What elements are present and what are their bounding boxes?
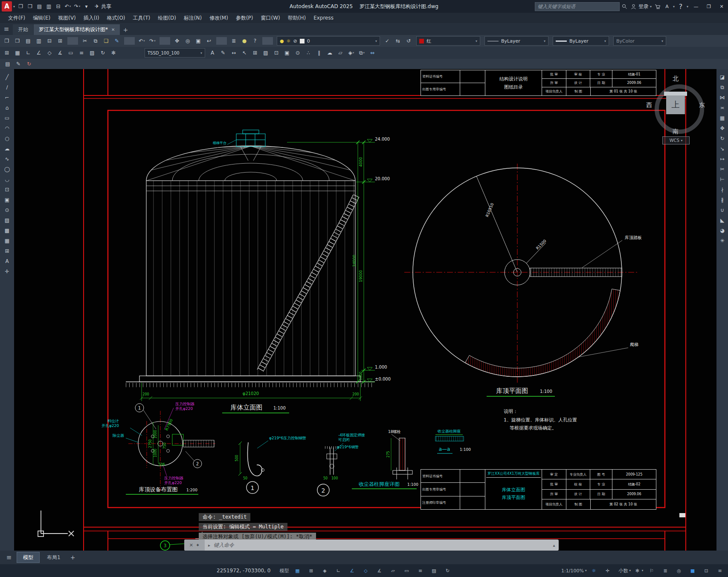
model-space-toggle[interactable]: 模型 [276,566,292,575]
mirror-icon[interactable]: ⋈ [717,93,728,102]
hardware-accel-icon[interactable]: ■ [687,566,701,575]
dynamic-input-icon[interactable]: ▭ [401,566,415,575]
menu-item[interactable]: 窗口(W) [257,13,284,23]
make-block-icon[interactable]: ▣ [2,195,12,204]
grid-icon[interactable]: ▦ [292,566,305,575]
join-icon[interactable]: ∪ [717,205,728,214]
snap-icon[interactable]: ⊞ [305,566,319,575]
toolbar-icon[interactable] [160,37,170,45]
line-icon[interactable]: ╱ [2,72,12,81]
wipeout-icon[interactable]: ▱ [335,48,346,58]
save-as-icon[interactable]: ▥ [34,36,44,46]
polyline-icon[interactable]: ⌐ [2,93,12,102]
help-icon[interactable]: ? [676,1,685,12]
align-icon[interactable]: ⇔ [367,48,378,58]
menu-item[interactable]: 参数(P) [232,13,257,23]
region-icon[interactable]: ▦ [2,236,12,245]
restore-button[interactable]: ❐ [702,0,715,13]
boundary-icon[interactable]: ◈▾ [346,48,357,58]
fillet-icon[interactable]: ◕ [717,226,728,235]
menu-item[interactable]: 标注(N) [180,13,206,23]
menu-item[interactable]: 编辑(E) [29,13,54,23]
zoom-realtime-icon[interactable]: ◎ [183,36,193,46]
wcs-dropdown[interactable]: WCS▾ [662,136,690,144]
command-customize-icon[interactable]: ✦ [196,542,200,548]
textstyle-dropdown[interactable]: TSSD_100_100 ▾ [145,48,205,58]
color-dropdown[interactable]: 红 ▾ [416,36,480,46]
plotstyle-dropdown[interactable]: ByColor ▾ [613,36,666,46]
layer-make-current-icon[interactable]: ✓ [382,36,393,46]
annotation-visibility-icon[interactable]: ☼ [588,566,602,575]
single-text-icon[interactable]: ✎ [218,48,229,58]
workspace-icon[interactable]: ✻ [108,48,119,58]
signin-caret-icon[interactable]: ▾ [650,5,652,9]
arc-icon[interactable]: ◠ [2,124,12,133]
grid-display-icon[interactable]: ▦ [12,48,23,58]
point-icon[interactable]: ⊙ [293,48,303,58]
qsave-icon[interactable]: ▤ [23,36,34,46]
hatch-icon[interactable]: ▨ [2,216,12,225]
object-snap-tracking-icon[interactable]: ∡ [55,48,66,58]
lineweight-dropdown[interactable]: ByLayer ▾ [553,36,609,46]
search-input[interactable] [535,2,620,11]
compass-south-label[interactable]: 南 [673,128,679,136]
drawing-area[interactable]: 楼梯平台 24.000 20.000 1.000 ±0.000 4000 240… [14,69,716,551]
offset-icon[interactable]: ≍ [717,103,728,112]
attach-image-icon[interactable]: ▤ [3,59,13,69]
units[interactable]: 小数▾ [615,566,632,575]
break-icon[interactable]: ∦ [717,195,728,204]
gradient-icon[interactable]: ▩ [2,226,12,235]
zoom-window-icon[interactable]: ▣ [193,36,204,46]
spline-icon[interactable]: ∿ [2,154,12,163]
menu-item[interactable]: 绘图(D) [154,13,180,23]
copy-clip-icon[interactable]: ⧉ [90,36,101,46]
scale-icon[interactable]: ↘ [717,144,728,153]
dynamic-ucs-icon[interactable]: ▱ [387,566,401,575]
extend-icon[interactable]: ⊢ [717,175,728,184]
command-expand-icon[interactable]: ▴ [549,543,559,548]
selection-cycling-icon[interactable]: ↻ [98,48,108,58]
leader-icon[interactable]: ↖ [239,48,250,58]
toolbar-icon[interactable] [216,37,227,45]
divide-icon[interactable]: ∴ [303,48,314,58]
account-caret-icon[interactable]: ▾ [673,5,675,9]
annotation-scale[interactable]: 1:1/100%▾ [558,566,588,575]
transparency-icon[interactable]: ▨ [87,48,98,58]
command-bar-grip[interactable]: ✕ ✦ [184,539,205,551]
menu-item[interactable]: 文件(F) [4,13,29,23]
annotation-monitor-icon[interactable]: ⚐ [646,566,660,575]
revision-cloud-icon[interactable]: ☁ [325,48,335,58]
field-icon[interactable]: ✎ [13,59,24,69]
compass-east-label[interactable]: 东 [699,101,705,109]
ortho-icon[interactable]: ∟ [333,566,346,575]
autodesk-account-icon[interactable]: A [662,1,672,12]
tab-close-icon[interactable]: ✕ [111,27,115,32]
linetype-dropdown[interactable]: ByLayer ▾ [484,36,548,46]
menu-item[interactable]: 帮助(H) [284,13,310,23]
construction-line-icon[interactable]: ∕ [2,83,12,92]
help-caret-icon[interactable]: ▾ [687,5,688,9]
cart-icon[interactable] [653,1,662,12]
qat-undo-icon[interactable]: ↶▾ [63,1,73,12]
rectangle-icon[interactable]: ▭ [2,113,12,122]
logo-caret-icon[interactable]: ▾ [13,5,15,9]
polygon-icon[interactable]: ⌂ [2,103,12,112]
match-properties-icon[interactable]: ✎ [112,36,122,46]
minimize-button[interactable]: — [690,0,702,13]
stretch-icon[interactable]: ↦ [717,154,728,163]
compass-north-label[interactable]: 北 [673,75,679,83]
snap-mode-icon[interactable]: ⊞ [2,48,12,58]
lineweight-icon[interactable]: ≡ [415,566,428,575]
paste-icon[interactable]: ❏ [101,36,112,46]
quick-properties-icon[interactable]: ≣ [660,566,673,575]
group-icon[interactable]: ⧉▾ [357,48,367,58]
tab-layout1[interactable]: 布局1 [41,552,67,563]
polar-tracking-icon[interactable]: ∠ [34,48,44,58]
qat-open-icon[interactable]: ❒ [26,1,35,12]
help-icon[interactable]: ? [250,36,261,46]
layer-dropdown[interactable]: ● ☼ ⊘ 0 ▾ [277,36,380,46]
chamfer-icon[interactable]: ◣ [717,216,728,225]
erase-icon[interactable]: ◪ [717,72,728,81]
qat-plot-icon[interactable]: ⊟ [54,1,63,12]
search-icon[interactable] [620,1,629,12]
